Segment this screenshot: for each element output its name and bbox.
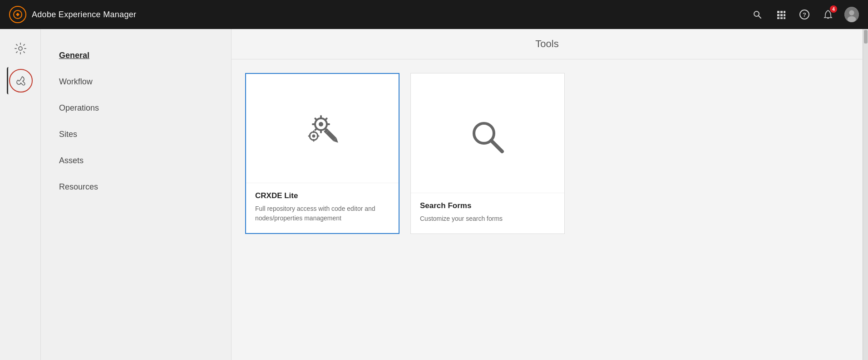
svg-rect-9 (784, 14, 785, 16)
gear-icon (14, 42, 27, 58)
card-search-forms[interactable]: Search Forms Customize your search forms (410, 73, 565, 234)
nav-item-operations[interactable]: Operations (59, 95, 213, 122)
card-search-info: Search Forms Customize your search forms (411, 193, 564, 234)
svg-text:?: ? (803, 11, 806, 18)
top-navigation: Adobe Experience Manager (0, 0, 868, 29)
svg-rect-4 (777, 11, 779, 13)
svg-point-17 (848, 16, 856, 22)
nav-item-sites[interactable]: Sites (59, 122, 213, 148)
nav-item-workflow[interactable]: Workflow (59, 69, 213, 95)
svg-line-3 (759, 16, 761, 18)
card-crxde-title: CRXDE Lite (255, 191, 390, 200)
svg-rect-7 (777, 14, 779, 16)
nav-panel: General Workflow Operations Sites Assets… (41, 29, 232, 360)
card-search-title: Search Forms (420, 201, 555, 210)
notification-count: 4 (830, 5, 837, 13)
scrollbar-track[interactable] (863, 29, 868, 360)
search-button[interactable] (750, 7, 764, 22)
card-crxde-desc: Full repository access with code editor … (255, 204, 390, 223)
card-crxde-icon-area (246, 74, 399, 183)
top-nav-actions: ? 4 (750, 7, 859, 22)
card-search-desc: Customize your search forms (420, 214, 555, 224)
svg-line-28 (326, 118, 327, 120)
app-logo-area[interactable]: Adobe Experience Manager (9, 6, 136, 23)
svg-line-25 (315, 118, 316, 120)
avatar-button[interactable] (844, 7, 859, 22)
scrollbar-thumb[interactable] (864, 30, 868, 44)
svg-rect-6 (784, 11, 785, 13)
svg-line-27 (315, 129, 316, 130)
svg-rect-12 (784, 17, 785, 19)
nav-item-general[interactable]: General (59, 43, 213, 69)
cards-grid: CRXDE Lite Full repository access with c… (232, 59, 863, 245)
svg-point-20 (319, 122, 323, 126)
card-crxde-lite[interactable]: CRXDE Lite Full repository access with c… (245, 73, 399, 234)
svg-point-30 (312, 135, 316, 138)
svg-rect-8 (780, 14, 783, 16)
svg-rect-5 (780, 11, 783, 13)
nav-item-resources[interactable]: Resources (59, 174, 213, 200)
sidebar-icons (0, 29, 41, 360)
svg-rect-11 (780, 17, 783, 19)
sidebar-item-tools[interactable] (7, 67, 34, 94)
card-crxde-info: CRXDE Lite Full repository access with c… (246, 183, 399, 233)
user-avatar (844, 7, 859, 22)
svg-rect-10 (777, 17, 779, 19)
sidebar-item-gear[interactable] (7, 36, 34, 63)
help-button[interactable]: ? (797, 7, 812, 22)
main-layout: General Workflow Operations Sites Assets… (0, 29, 868, 360)
svg-point-18 (19, 47, 22, 50)
grid-button[interactable] (774, 7, 788, 22)
svg-point-16 (849, 10, 854, 15)
svg-point-1 (17, 14, 19, 15)
nav-item-assets[interactable]: Assets (59, 148, 213, 174)
app-title: Adobe Experience Manager (32, 10, 136, 19)
svg-rect-35 (324, 128, 336, 141)
notifications-button[interactable]: 4 (821, 7, 835, 22)
tools-icon-circle (9, 69, 33, 92)
content-title: Tools (232, 29, 863, 59)
card-search-icon-area (411, 73, 564, 193)
svg-line-39 (491, 141, 502, 151)
logo-icon (9, 6, 26, 23)
content-area: Tools (232, 29, 863, 360)
